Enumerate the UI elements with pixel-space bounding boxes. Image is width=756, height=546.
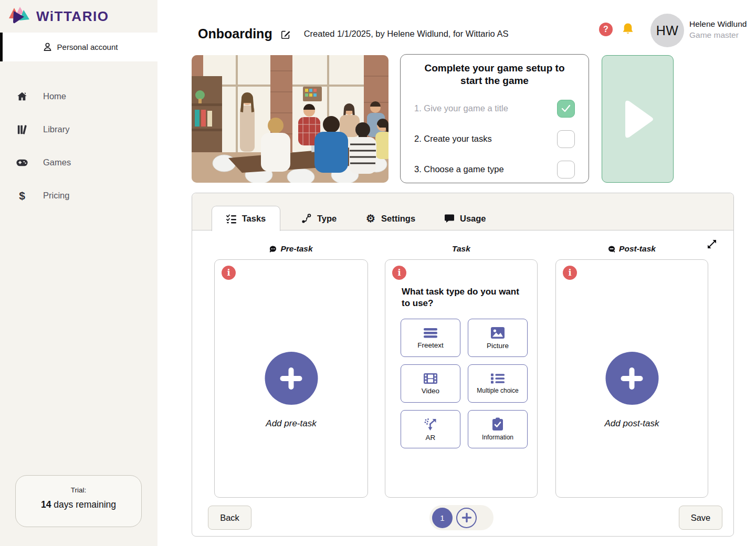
page-title: Onboarding [198, 26, 272, 41]
task-type-freetext[interactable]: Freetext [401, 319, 460, 357]
pre-task-card: i Add pre-task [214, 259, 368, 498]
task-type-multiple-choice[interactable]: Multiple choice [468, 364, 528, 403]
add-post-task-label: Add post-task [556, 418, 708, 429]
picture-icon [490, 327, 505, 339]
created-info: Created 1/1/2025, by Helene Widlund, for… [304, 29, 509, 39]
pricing-icon: $ [16, 190, 28, 202]
column-header-post-task: Post-task [555, 244, 708, 254]
help-button[interactable]: ? [599, 23, 613, 36]
add-pre-task-label: Add pre-task [215, 418, 368, 429]
trial-days: 14 days remaining [16, 499, 141, 510]
user-role: Game master [689, 30, 739, 40]
freetext-icon [423, 327, 438, 339]
task-card: i What task type do you want to use? Fre… [385, 259, 538, 498]
user-name: Helene Widlund [689, 19, 747, 29]
task-type-picture[interactable]: Picture [468, 319, 528, 357]
add-post-task-button[interactable] [605, 352, 658, 405]
expand-icon[interactable] [706, 238, 718, 250]
pre-task-bubble-icon [269, 246, 277, 253]
trial-label: Trial: [16, 486, 141, 494]
wittario-app: WiTTARIO Personal account Home Library [0, 0, 756, 546]
start-game-play-button[interactable] [602, 55, 674, 183]
plus-icon [620, 366, 644, 391]
sidebar-nav: Home Library Games $ Pricing [0, 80, 158, 212]
notifications-bell-icon[interactable] [621, 22, 635, 36]
home-icon [16, 91, 28, 102]
tab-tasks[interactable]: Tasks [212, 206, 280, 231]
logo[interactable]: WiTTARIO [0, 0, 158, 33]
save-button[interactable]: Save [679, 506, 722, 530]
task-type-ar[interactable]: AR [401, 410, 460, 448]
tab-type[interactable]: Type [301, 206, 337, 231]
post-task-bubble-icon [608, 246, 615, 253]
tab-usage[interactable]: Usage [444, 206, 486, 231]
add-pre-task-button[interactable] [265, 352, 318, 405]
tab-settings[interactable]: ⚙ Settings [365, 206, 415, 231]
setup-title: Complete your game setup to start the ga… [416, 62, 573, 87]
ar-icon [423, 417, 438, 431]
task-type-question: What task type do you want to use? [402, 286, 525, 309]
check-icon [561, 104, 571, 113]
tab-label: Type [317, 214, 337, 224]
meeting-photo-illustration [192, 55, 388, 183]
gear-icon: ⚙ [365, 213, 376, 224]
task-type-grid: Freetext Picture Video Multiple choice [401, 319, 528, 448]
add-page-button[interactable] [456, 508, 477, 528]
tab-label: Usage [460, 214, 486, 224]
information-icon [491, 417, 504, 431]
page-1-button[interactable]: 1 [432, 508, 453, 528]
step-label: 1. Give your game a title [414, 103, 508, 113]
page-header: Onboarding Created 1/1/2025, by Helene W… [198, 26, 508, 41]
gamepad-icon [16, 157, 28, 169]
page-indicator: 1 [429, 505, 494, 530]
tasks-icon [226, 214, 237, 224]
tab-label: Tasks [242, 214, 266, 224]
game-editor-panel: Tasks Type ⚙ Settings Usage Pre-task [192, 193, 734, 537]
multiple-choice-icon [490, 373, 505, 384]
edit-title-icon[interactable] [280, 29, 291, 40]
nav-label: Home [43, 91, 66, 101]
person-icon [43, 42, 52, 52]
setup-step-1: 1. Give your game a title [414, 100, 575, 118]
step-label: 2. Create your tasks [414, 134, 492, 144]
play-icon [618, 97, 658, 141]
route-icon [301, 213, 312, 224]
column-header-pre-task: Pre-task [214, 244, 368, 254]
info-icon[interactable]: i [563, 266, 577, 280]
sidebar-item-games[interactable]: Games [0, 146, 158, 179]
sidebar-item-library[interactable]: Library [0, 113, 158, 146]
game-cover-image[interactable] [192, 55, 388, 183]
wittario-logo-icon [7, 5, 31, 28]
setup-checklist-card: Complete your game setup to start the ga… [400, 54, 589, 183]
setup-step-3: 3. Choose a game type [414, 161, 575, 178]
avatar[interactable]: HW [650, 14, 684, 47]
help-icon: ? [603, 25, 608, 34]
logo-text: WiTTARIO [36, 8, 109, 25]
speech-bubble-icon [444, 213, 455, 224]
nav-label: Games [43, 158, 71, 167]
column-header-task: Task [385, 244, 538, 254]
step-checkbox[interactable] [557, 161, 575, 178]
step-label: 3. Choose a game type [414, 164, 504, 174]
step-checkbox-checked[interactable] [557, 100, 575, 118]
account-label: Personal account [57, 43, 118, 51]
tab-label: Settings [381, 214, 415, 224]
plus-icon [461, 512, 472, 523]
info-icon[interactable]: i [392, 266, 406, 280]
trial-box: Trial: 14 days remaining [15, 475, 142, 527]
task-type-video[interactable]: Video [401, 364, 460, 403]
library-icon [16, 124, 28, 135]
task-type-information[interactable]: Information [468, 410, 528, 448]
tab-bar: Tasks Type ⚙ Settings Usage [192, 193, 733, 230]
sidebar-item-home[interactable]: Home [0, 80, 158, 113]
sidebar-item-personal-account[interactable]: Personal account [0, 33, 158, 61]
sidebar: WiTTARIO Personal account Home Library [0, 0, 158, 546]
plus-icon [279, 366, 303, 391]
back-button[interactable]: Back [208, 506, 251, 530]
sidebar-item-pricing[interactable]: $ Pricing [0, 179, 158, 212]
nav-label: Pricing [43, 191, 69, 201]
setup-step-2: 2. Create your tasks [414, 130, 575, 148]
info-icon[interactable]: i [222, 266, 236, 280]
post-task-card: i Add post-task [555, 259, 708, 498]
step-checkbox[interactable] [557, 130, 575, 148]
